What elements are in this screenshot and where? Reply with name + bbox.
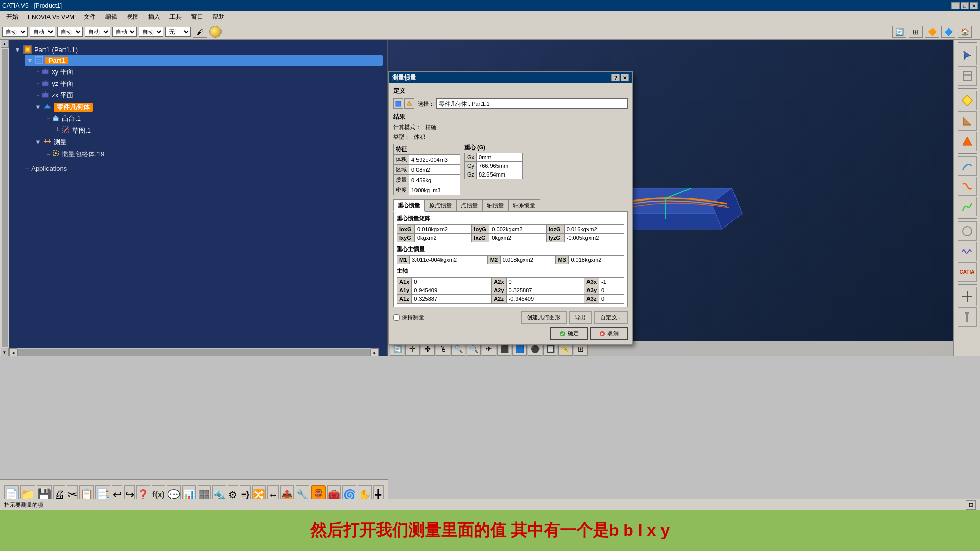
menu-window[interactable]: 窗口 xyxy=(187,12,207,22)
menu-edit[interactable]: 编辑 xyxy=(101,12,121,22)
scroll-down-button[interactable]: ▼ xyxy=(1,348,9,356)
titlebar-title: CATIA V5 - [Product1] xyxy=(2,2,62,9)
right-icon-tool2[interactable] xyxy=(958,307,977,327)
brush-tool-button[interactable]: 🖌 xyxy=(193,26,207,38)
cancel-button[interactable]: 取消 xyxy=(590,327,628,340)
scroll-up-button[interactable]: ▲ xyxy=(1,40,9,48)
close-button[interactable]: ✕ xyxy=(970,2,978,9)
principal-table: M1 3.011e-004kgxm2 M2 0.018kgxm2 M3 0.01… xyxy=(397,255,624,264)
right-icon-wave[interactable] xyxy=(958,242,977,261)
measure-dialog: 测量惯量 ? ✕ 定义 选择： 零件几何体...Part1.1 结果 计算模式： xyxy=(388,71,633,345)
h-scroll-thumb xyxy=(17,349,371,356)
tree-xy-plane[interactable]: ├ xy 平面 xyxy=(35,66,383,78)
sphere-tool-button[interactable] xyxy=(209,26,222,38)
create-geometry-button[interactable]: 创建几何图形 xyxy=(521,311,567,324)
nav-icon-1[interactable]: 🔄 xyxy=(892,26,906,38)
keep-measure-checkbox[interactable] xyxy=(393,314,400,321)
scroll-right-button[interactable]: ► xyxy=(371,348,379,356)
mode-select-5[interactable]: 自动 xyxy=(112,27,137,37)
tree-boss-item[interactable]: ├ 凸台.1 xyxy=(45,113,383,124)
right-icon-catia-logo[interactable]: CATIA xyxy=(958,262,977,282)
dialog-close-button[interactable]: ✕ xyxy=(621,74,629,81)
tree-measure-item[interactable]: ▼ 测量 xyxy=(35,136,383,148)
right-icon-crosshair[interactable] xyxy=(958,287,977,306)
right-icon-curve1[interactable] xyxy=(958,156,977,176)
tree-geometry-item[interactable]: ▼ 零件几何体 xyxy=(35,101,383,113)
tab-centroid-inertia[interactable]: 重心惯量 xyxy=(393,199,425,212)
tree-inertia-item[interactable]: └ 惯量包络体.19 xyxy=(45,148,383,160)
volume-value: 4.592e-004m3 xyxy=(409,155,460,165)
scroll-left-button[interactable]: ◄ xyxy=(9,348,17,356)
def-icon-1[interactable] xyxy=(393,98,403,109)
mode-select-6[interactable]: 自动 xyxy=(139,27,163,37)
center-title: 重心 (G) xyxy=(464,144,523,152)
IxzG-label: IxzG xyxy=(472,234,489,242)
sidebar-divider-3 xyxy=(958,153,977,154)
boss-icon xyxy=(52,114,60,123)
minimize-button[interactable]: − xyxy=(951,2,960,9)
tree-part1-item[interactable]: ▼ Part1 xyxy=(24,55,383,66)
density-value: 1000kg_m3 xyxy=(409,185,460,195)
tab-origin-inertia[interactable]: 原点惯量 xyxy=(425,199,456,211)
right-icon-yellow-diamond[interactable] xyxy=(958,91,977,110)
nav-icon-4[interactable]: 🔷 xyxy=(941,26,955,38)
right-icon-select[interactable] xyxy=(958,46,977,65)
tree-yz-plane[interactable]: ├ yz 平面 xyxy=(35,78,383,89)
xy-plane-label: xy 平面 xyxy=(52,67,74,77)
right-icon-corner[interactable] xyxy=(958,111,977,131)
tree-root-item[interactable]: ▼ Part1 (Part1.1) xyxy=(14,44,383,55)
right-icon-multicolor[interactable] xyxy=(958,197,977,216)
sidebar-divider-4 xyxy=(958,218,977,219)
menu-start[interactable]: 开始 xyxy=(2,12,22,22)
tabs-row: 重心惯量 原点惯量 点惯量 轴惯量 轴系惯量 xyxy=(393,199,628,211)
tab-axis-inertia[interactable]: 轴惯量 xyxy=(482,199,508,211)
sketch-label: 草图.1 xyxy=(72,126,91,135)
sidebar-divider-5 xyxy=(958,284,977,285)
nav-icon-5[interactable]: 🏠 xyxy=(958,26,972,38)
center-table: Gx 0mm Gy 766.965mm Gz 82.654mm xyxy=(464,153,523,179)
tree-zx-plane[interactable]: ├ zx 平面 xyxy=(35,89,383,101)
mode-select-3[interactable]: 自动 xyxy=(57,27,83,37)
svg-rect-37 xyxy=(200,490,204,494)
selection-field[interactable]: 零件几何体...Part1.1 xyxy=(436,98,628,109)
menu-view[interactable]: 视图 xyxy=(122,12,143,22)
statusbar-expand-button[interactable]: ⊞ xyxy=(966,500,976,510)
tree-sketch-item[interactable]: └ 草图.1 xyxy=(55,124,383,136)
geometry-label: 零件几何体 xyxy=(54,103,93,112)
nav-icon-3[interactable]: 🔶 xyxy=(925,26,939,38)
maximize-button[interactable]: □ xyxy=(961,2,969,9)
menu-help[interactable]: 帮助 xyxy=(208,12,229,22)
tab-point-inertia[interactable]: 点惯量 xyxy=(456,199,482,211)
IxyG-value: 0kgxm2 xyxy=(415,234,472,242)
menu-enovia[interactable]: ENOVIA V5 VPM xyxy=(23,13,79,22)
mode-select-1[interactable]: 自动 xyxy=(2,27,28,37)
def-icon-2[interactable] xyxy=(404,98,414,109)
right-icon-curve2[interactable] xyxy=(958,177,977,196)
menu-tools[interactable]: 工具 xyxy=(165,12,186,22)
confirm-cancel-row: 确定 取消 xyxy=(393,327,628,340)
tab-axis-system-inertia[interactable]: 轴系惯量 xyxy=(508,199,540,211)
right-icon-edit[interactable] xyxy=(958,66,977,86)
A3y-value: 0 xyxy=(599,286,624,295)
mode-select-2[interactable]: 自动 xyxy=(30,27,55,37)
confirm-button[interactable]: 确定 xyxy=(550,327,588,340)
menu-insert[interactable]: 插入 xyxy=(144,12,164,22)
menu-file[interactable]: 文件 xyxy=(80,12,100,22)
cancel-icon xyxy=(599,331,605,337)
grid-icon[interactable]: ⊞ xyxy=(909,26,923,38)
mode-select-none[interactable]: 无 xyxy=(165,27,191,37)
right-icon-circle[interactable] xyxy=(958,221,977,241)
M2-value: 0.018kgxm2 xyxy=(500,256,556,264)
axes-title: 主轴 xyxy=(397,267,624,275)
svg-point-28 xyxy=(963,227,972,236)
inertia-label: 惯量包络体.19 xyxy=(62,149,104,159)
calc-mode-label: 计算模式： xyxy=(393,123,421,131)
export-button[interactable]: 导出 xyxy=(569,311,592,324)
customize-button[interactable]: 自定义... xyxy=(594,311,628,324)
right-icon-triangle[interactable] xyxy=(958,132,977,151)
type-value: 体积 xyxy=(414,133,425,141)
mode-select-4[interactable]: 自动 xyxy=(85,27,110,37)
dialog-help-button[interactable]: ? xyxy=(611,74,620,81)
tree-applications-item[interactable]: ─ Applications xyxy=(24,164,383,173)
A1x-label: A1x xyxy=(397,278,412,286)
